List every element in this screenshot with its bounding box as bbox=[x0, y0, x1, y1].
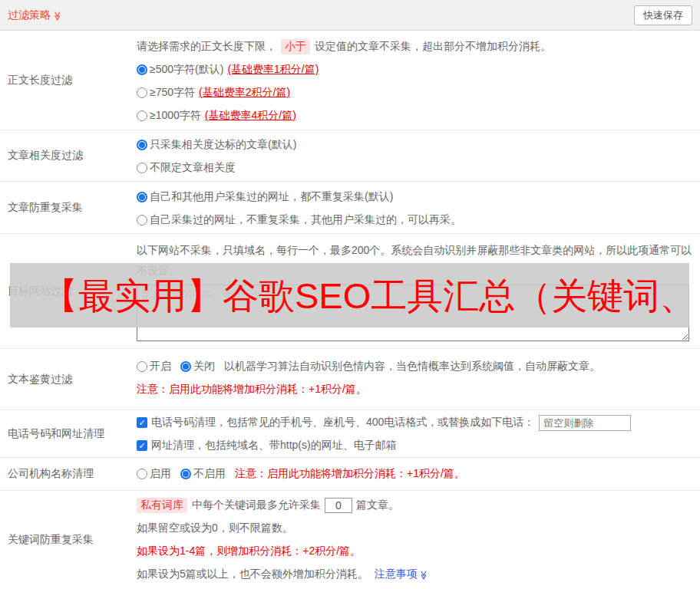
option-label: ≥750字符 bbox=[150, 86, 195, 100]
row-content-length-filter: 正文长度过滤 请选择需求的正文长度下限， 小于 设定值的文章不采集，超出部分不增… bbox=[0, 31, 700, 130]
option-label: 自己采集过的网址，不重复采集，其他用户采集过的，可以再采。 bbox=[150, 213, 461, 227]
option-fee-note: (基础费率4积分/篇) bbox=[205, 109, 296, 123]
row-porn-filter: 文本鉴黄过滤 开启 关闭 以机器学习算法自动识别色情内容，当色情概率达到系统阈值… bbox=[0, 349, 700, 410]
watermark-banner: 【最实用】谷歌SEO工具汇总（关键词、SEO bbox=[10, 263, 689, 327]
url-cleanup-item[interactable]: 网址清理，包括纯域名、带http(s)的网址、电子邮箱 bbox=[137, 434, 700, 457]
keyword-dedup-note-cost: 如果设为1-4篇，则增加积分消耗：+2积分/篇。 bbox=[137, 540, 700, 563]
radio-icon[interactable] bbox=[137, 469, 147, 479]
dedup-option-self[interactable]: 自己采集过的网址，不重复采集，其他用户采集过的，可以再采。 bbox=[137, 209, 700, 232]
company-cleanup-cost-note: 注意：启用此功能将增加积分消耗：+1积分/篇。 bbox=[235, 467, 465, 481]
filter-strategy-page: 过滤策略 快速保存 正文长度过滤 请选择需求的正文长度下限， 小于 设定值的文章… bbox=[0, 0, 700, 589]
double-chevron-down-icon bbox=[419, 571, 428, 581]
dedup-option-global[interactable]: 自己和其他用户采集过的网址，都不重复采集(默认) bbox=[137, 186, 700, 209]
content-length-description: 请选择需求的正文长度下限， 小于 设定值的文章不采集，超出部分不增加积分消耗。 bbox=[137, 35, 700, 58]
row-label: 正文长度过滤 bbox=[0, 31, 137, 130]
option-fee-note: (基础费率1积分/篇) bbox=[227, 63, 319, 77]
section-title-filter-strategy[interactable]: 过滤策略 bbox=[8, 8, 63, 22]
length-option-1000[interactable]: ≥1000字符 (基础费率4积分/篇) bbox=[137, 104, 700, 127]
row-label: 文章相关度过滤 bbox=[0, 130, 137, 181]
notes-link-label: 注意事项 bbox=[375, 568, 418, 581]
row-label: 文章防重复采集 bbox=[0, 182, 137, 233]
header-bar: 过滤策略 快速保存 bbox=[0, 0, 700, 31]
row-article-dedup: 文章防重复采集 自己和其他用户采集过的网址，都不重复采集(默认) 自己采集过的网… bbox=[0, 182, 700, 234]
length-option-750[interactable]: ≥750字符 (基础费率2积分/篇) bbox=[137, 81, 700, 104]
radio-selected-icon[interactable] bbox=[180, 361, 191, 372]
option-label: 电话号码清理，包括常见的手机号、座机号、400电话格式，或替换成如下电话： bbox=[151, 416, 534, 429]
private-thesaurus-token[interactable]: 私有词库 bbox=[137, 498, 187, 513]
row-label: 公司机构名称清理 bbox=[0, 458, 137, 490]
row-label: 文本鉴黄过滤 bbox=[0, 349, 137, 410]
keyword-limit-text: 中每个关键词最多允许采集 bbox=[192, 499, 321, 512]
option-label: 关闭 bbox=[193, 360, 215, 373]
option-label: 只采集相关度达标的文章(默认) bbox=[150, 138, 296, 152]
row-phone-url-cleanup: 电话号码和网址清理 电话号码清理，包括常见的手机号、座机号、400电话格式，或替… bbox=[0, 410, 700, 458]
option-label: 不限定文章相关度 bbox=[150, 161, 236, 175]
page-title: 过滤策略 bbox=[8, 8, 51, 22]
row-keyword-dedup: 关键词防重复采集 私有词库 中每个关键词最多允许采集 篇文章。 如果留空或设为0… bbox=[0, 491, 700, 589]
option-label: 不启用 bbox=[193, 467, 226, 481]
notes-link[interactable]: 注意事项 bbox=[375, 568, 429, 581]
desc-post: 设定值的文章不采集，超出部分不增加积分消耗。 bbox=[315, 40, 551, 54]
radio-icon[interactable] bbox=[137, 163, 147, 173]
replacement-phone-input[interactable] bbox=[539, 415, 631, 431]
porn-filter-description: 以机器学习算法自动识别色情内容，当色情概率达到系统阈值，自动屏蔽文章。 bbox=[224, 360, 600, 373]
row-label: 电话号码和网址清理 bbox=[0, 410, 137, 457]
radio-selected-icon[interactable] bbox=[180, 469, 191, 479]
row-company-name-cleanup: 公司机构名称清理 启用 不启用 注意：启用此功能将增加积分消耗：+1积分/篇。 bbox=[0, 458, 700, 491]
keyword-limit-unit: 篇文章。 bbox=[356, 499, 399, 512]
length-option-500[interactable]: ≥500字符(默认) (基础费率1积分/篇) bbox=[137, 58, 700, 81]
porn-filter-cost-note: 注意：启用此功能将增加积分消耗：+1积分/篇。 bbox=[137, 378, 700, 401]
radio-selected-icon[interactable] bbox=[137, 64, 147, 75]
row-label: 关键词防重复采集 bbox=[0, 491, 137, 589]
max-articles-input[interactable] bbox=[325, 498, 352, 513]
company-cleanup-option-off[interactable]: 不启用 bbox=[180, 467, 226, 481]
radio-icon[interactable] bbox=[137, 110, 147, 121]
watermark-text: 【最实用】谷歌SEO工具汇总（关键词、SEO bbox=[10, 278, 689, 314]
radio-selected-icon[interactable] bbox=[137, 140, 147, 150]
checkbox-checked-icon[interactable] bbox=[137, 417, 147, 428]
porn-filter-option-off[interactable]: 关闭 bbox=[180, 360, 215, 373]
double-chevron-down-icon bbox=[53, 11, 62, 21]
relevance-option-any[interactable]: 不限定文章相关度 bbox=[137, 156, 700, 179]
quick-save-button[interactable]: 快速保存 bbox=[634, 5, 692, 25]
radio-icon[interactable] bbox=[137, 87, 147, 98]
radio-icon[interactable] bbox=[137, 215, 147, 225]
row-relevance-filter: 文章相关度过滤 只采集相关度达标的文章(默认) 不限定文章相关度 bbox=[0, 130, 700, 182]
radio-icon[interactable] bbox=[137, 361, 147, 372]
relevance-option-strict[interactable]: 只采集相关度达标的文章(默认) bbox=[137, 133, 700, 156]
phone-cleanup-item[interactable]: 电话号码清理，包括常见的手机号、座机号、400电话格式，或替换成如下电话： bbox=[137, 411, 700, 434]
less-than-token: 小于 bbox=[281, 39, 310, 54]
desc-pre: 请选择需求的正文长度下限， bbox=[137, 40, 276, 54]
option-label: ≥1000字符 bbox=[150, 109, 201, 123]
porn-filter-option-on[interactable]: 开启 bbox=[137, 360, 171, 373]
radio-selected-icon[interactable] bbox=[137, 192, 147, 202]
option-label: 自己和其他用户采集过的网址，都不重复采集(默认) bbox=[150, 190, 393, 204]
option-label: 开启 bbox=[150, 360, 171, 373]
checkbox-checked-icon[interactable] bbox=[137, 440, 147, 451]
company-cleanup-option-on[interactable]: 启用 bbox=[137, 467, 171, 481]
keyword-dedup-note-five: 如果设为5篇或以上，也不会额外增加积分消耗。 bbox=[137, 568, 368, 581]
option-label: 启用 bbox=[150, 467, 171, 481]
option-label: ≥500字符(默认) bbox=[150, 63, 223, 77]
keyword-dedup-note-zero: 如果留空或设为0，则不限篇数。 bbox=[137, 517, 700, 540]
option-fee-note: (基础费率2积分/篇) bbox=[199, 86, 290, 100]
option-label: 网址清理，包括纯域名、带http(s)的网址、电子邮箱 bbox=[151, 439, 397, 452]
